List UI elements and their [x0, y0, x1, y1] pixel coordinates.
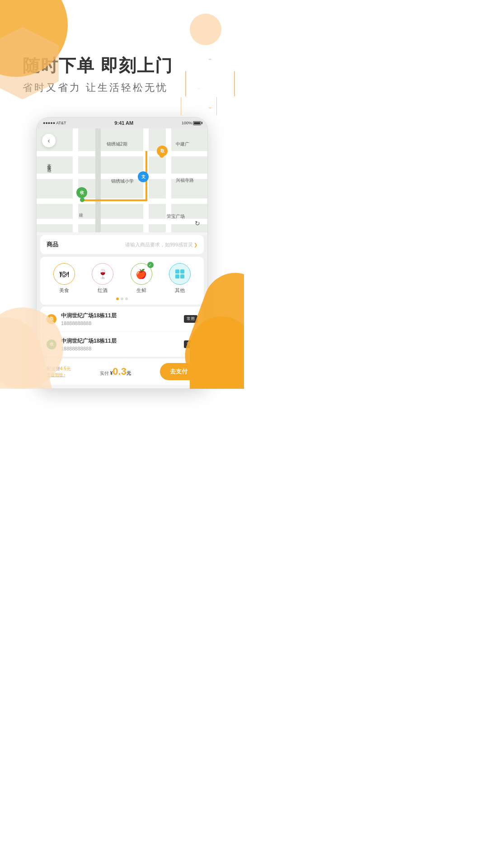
- dot-3: [125, 297, 128, 300]
- hero-title: 随时下单 即刻上门: [23, 54, 226, 77]
- goods-arrow: ❯: [194, 242, 197, 247]
- wine-icon: 🍷: [92, 263, 113, 285]
- svg-rect-1: [180, 269, 184, 274]
- category-food[interactable]: 🍽 美食: [53, 263, 75, 294]
- category-wine[interactable]: 🍷 红酒: [92, 263, 113, 294]
- other-icon: [169, 263, 191, 285]
- delivery-addr-marker: 收: [47, 340, 56, 349]
- hero-section: 随时下单 即刻上门 省时又省力 让生活轻松无忧: [0, 0, 244, 108]
- svg-rect-3: [180, 274, 184, 278]
- delivery-marker: 收: [76, 187, 87, 198]
- categories-section: 🍽 美食 🍷 红酒 🍎 ✓ 生鲜: [40, 257, 204, 305]
- map-label-road: 齐鲁大道: [46, 160, 52, 165]
- status-bar: ●●●●● AT&T 9:41 AM 100%: [37, 118, 207, 128]
- category-other[interactable]: 其他: [169, 263, 191, 294]
- school-marker: 文: [138, 171, 149, 182]
- delivery-address-row[interactable]: 收 中润世纪广场18栋11层 18888888888 常用: [40, 332, 204, 357]
- bottom-bar: 配送费4.5元 查看明细 › 实付 ¥0.3元 去支付: [40, 359, 204, 385]
- pickup-address-row[interactable]: 取 中润世纪广场18栋11层 18888888888 常用: [40, 307, 204, 332]
- map-label-rongbao: 荣宝广场: [167, 213, 185, 220]
- pay-amount: ¥0.3元: [110, 369, 131, 376]
- delivery-addr-title: 中润世纪广场18栋11层: [61, 337, 184, 345]
- delivery-fee-section: 配送费4.5元 查看明细 ›: [47, 366, 71, 378]
- address-section: 取 中润世纪广场18栋11层 18888888888 常用 收 中润世纪广场18…: [40, 307, 204, 357]
- map-label-school: 锦绣城小学: [111, 178, 134, 184]
- time-label: 9:41 AM: [114, 120, 133, 126]
- actual-pay-label: 实付: [100, 371, 110, 376]
- delivery-fee-label: 配送费4.5元: [47, 366, 71, 372]
- goods-section: 商品 请输入商品要求，如999感冒灵 ❯: [40, 235, 204, 254]
- hero-subtitle: 省时又省力 让生活轻松无忧: [23, 81, 226, 94]
- pickup-addr-title: 中润世纪广场18栋11层: [61, 312, 184, 320]
- map-label-zhongjian: 中建广: [176, 141, 189, 147]
- back-button[interactable]: ‹: [42, 134, 56, 147]
- pickup-addr-phone: 18888888888: [61, 321, 184, 326]
- map-label-xingfu: 兴福寺路: [176, 177, 194, 184]
- battery-status: 100%: [182, 121, 201, 125]
- pickup-addr-badge: 常用: [184, 315, 197, 323]
- dot-1: [116, 297, 119, 300]
- food-icon: 🍽: [53, 263, 75, 285]
- goods-input-hint[interactable]: 请输入商品要求，如999感冒灵 ❯: [125, 241, 197, 248]
- battery-percent: 100%: [182, 121, 192, 125]
- carrier-label: ●●●●● AT&T: [43, 121, 66, 125]
- phone-mockup: ●●●●● AT&T 9:41 AM 100%: [0, 108, 244, 389]
- wine-label: 红酒: [98, 287, 108, 294]
- delivery-addr-info: 中润世纪广场18栋11层 18888888888: [61, 337, 184, 351]
- pickup-addr-marker: 取: [47, 314, 56, 324]
- goods-label: 商品: [47, 241, 58, 249]
- map-label-jinxiu2: 锦绣城2期: [107, 141, 127, 147]
- delivery-detail-link[interactable]: 查看明细 ›: [47, 372, 71, 378]
- check-badge: ✓: [147, 262, 154, 268]
- svg-rect-0: [175, 269, 179, 274]
- other-label: 其他: [175, 287, 185, 294]
- pickup-marker: 取: [157, 146, 168, 156]
- food-label: 美食: [59, 287, 69, 294]
- delivery-addr-badge: 常用: [184, 340, 197, 348]
- actual-pay-section: 实付 ¥0.3元: [100, 366, 131, 377]
- fresh-icon: 🍎 ✓: [131, 263, 152, 285]
- delivery-addr-phone: 18888888888: [61, 346, 184, 351]
- fresh-label: 生鲜: [136, 287, 146, 294]
- dot-2: [121, 297, 123, 300]
- pickup-addr-info: 中润世纪广场18栋11层 18888888888: [61, 312, 184, 326]
- map-area: 锦绣城2期 中建广 锦绣城小学 齐鲁大道 兴福寺路 荣宝广场 往建 取 文 收 …: [37, 128, 207, 232]
- svg-rect-2: [175, 274, 179, 278]
- battery-icon: [193, 121, 201, 125]
- refresh-button[interactable]: ↻: [195, 220, 200, 227]
- category-fresh[interactable]: 🍎 ✓ 生鲜: [131, 263, 152, 294]
- delivery-dot: [80, 198, 84, 202]
- pay-button[interactable]: 去支付: [160, 363, 197, 380]
